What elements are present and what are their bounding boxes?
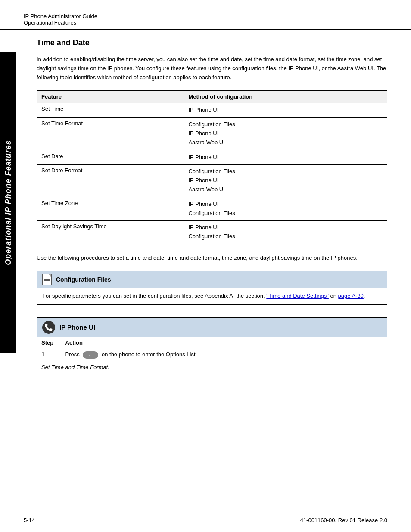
table-row: Set TimeIP Phone UI bbox=[37, 103, 387, 118]
method-cell: Configuration FilesIP Phone UIAastra Web… bbox=[184, 165, 387, 197]
config-box-header: Configuration Files bbox=[37, 271, 387, 288]
phone-icon bbox=[42, 321, 55, 334]
ipphone-box-title: IP Phone UI bbox=[59, 324, 95, 331]
feature-cell: Set Daylight Savings Time bbox=[37, 221, 184, 244]
section-heading: Time and Date bbox=[37, 38, 387, 47]
table-row: Set Time ZoneIP Phone UIConfiguration Fi… bbox=[37, 197, 387, 221]
feature-cell: Set Date bbox=[37, 150, 184, 165]
page-footer: 5-14 41-001160-00, Rev 01 Release 2.0 bbox=[24, 514, 387, 523]
feature-cell: Set Time bbox=[37, 103, 184, 118]
set-time-format-label: Set Time and Time Format: bbox=[37, 361, 387, 373]
footer-page-number: 5-14 bbox=[24, 517, 35, 523]
col-header-method: Method of configuration bbox=[184, 91, 387, 103]
config-box-body: For specific parameters you can set in t… bbox=[37, 288, 387, 304]
method-cell: IP Phone UI bbox=[184, 150, 387, 165]
ipphone-box-header: IP Phone UI bbox=[37, 318, 387, 337]
feature-cell: Set Date Format bbox=[37, 165, 184, 197]
options-button bbox=[83, 351, 98, 359]
document-icon bbox=[42, 274, 52, 285]
bold-row: Set Time and Time Format: bbox=[37, 361, 387, 373]
action-cell: Press on the phone to enter the Options … bbox=[61, 348, 387, 361]
feature-cell: Set Time Zone bbox=[37, 197, 184, 221]
method-cell: IP Phone UI bbox=[184, 103, 387, 118]
feature-table: Feature Method of configuration Set Time… bbox=[37, 90, 387, 244]
method-cell: IP Phone UIConfiguration Files bbox=[184, 221, 387, 244]
guide-title: IP Phone Administrator Guide bbox=[24, 13, 387, 19]
config-files-box: Configuration Files For specific paramet… bbox=[37, 271, 387, 305]
method-cell: Configuration FilesIP Phone UIAastra Web… bbox=[184, 118, 387, 150]
page-wrapper: Operational IP Phone Features IP Phone A… bbox=[0, 0, 411, 532]
main-content: Time and Date In addition to enabling/di… bbox=[0, 38, 411, 373]
method-cell: IP Phone UIConfiguration Files bbox=[184, 197, 387, 221]
table-row: Set Daylight Savings TimeIP Phone UIConf… bbox=[37, 221, 387, 244]
footer-doc-info: 41-001160-00, Rev 01 Release 2.0 bbox=[300, 517, 387, 523]
config-link-2[interactable]: page A-30 bbox=[338, 292, 364, 299]
step-number: 1 bbox=[37, 348, 61, 361]
intro-paragraph: In addition to enabling/disabling the ti… bbox=[37, 55, 387, 82]
action-col-header: Action bbox=[61, 337, 387, 348]
table-row: Set DateIP Phone UI bbox=[37, 150, 387, 165]
table-row: Set Time FormatConfiguration FilesIP Pho… bbox=[37, 118, 387, 150]
feature-cell: Set Time Format bbox=[37, 118, 184, 150]
step-col-header: Step bbox=[37, 337, 61, 348]
header-section: Operational Features bbox=[24, 19, 387, 26]
ipphone-ui-box: IP Phone UI Step Action 1 Press on the p… bbox=[37, 317, 387, 373]
config-link-1[interactable]: "Time and Date Settings" bbox=[266, 292, 329, 299]
page-header: IP Phone Administrator Guide Operational… bbox=[0, 0, 411, 30]
sidebar-label: Operational IP Phone Features bbox=[0, 52, 16, 353]
ipphone-table: Step Action 1 Press on the phone to ente… bbox=[37, 337, 387, 373]
config-box-title: Configuration Files bbox=[56, 276, 111, 283]
col-header-feature: Feature bbox=[37, 91, 184, 103]
table-row: Set Date FormatConfiguration FilesIP Pho… bbox=[37, 165, 387, 197]
sidebar-text: Operational IP Phone Features bbox=[4, 140, 13, 265]
follow-paragraph: Use the following procedures to set a ti… bbox=[37, 254, 387, 263]
table-row: 1 Press on the phone to enter the Option… bbox=[37, 348, 387, 361]
